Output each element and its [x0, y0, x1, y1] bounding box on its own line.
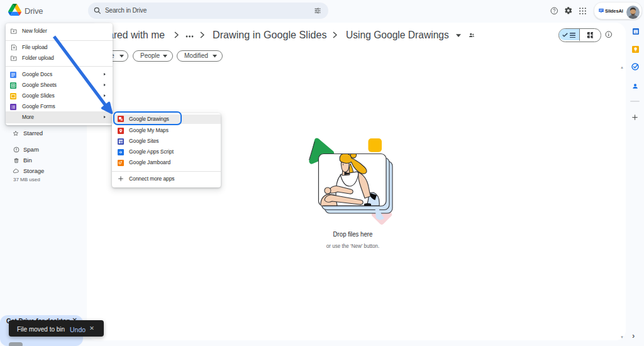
svg-text:31: 31 [635, 31, 638, 34]
